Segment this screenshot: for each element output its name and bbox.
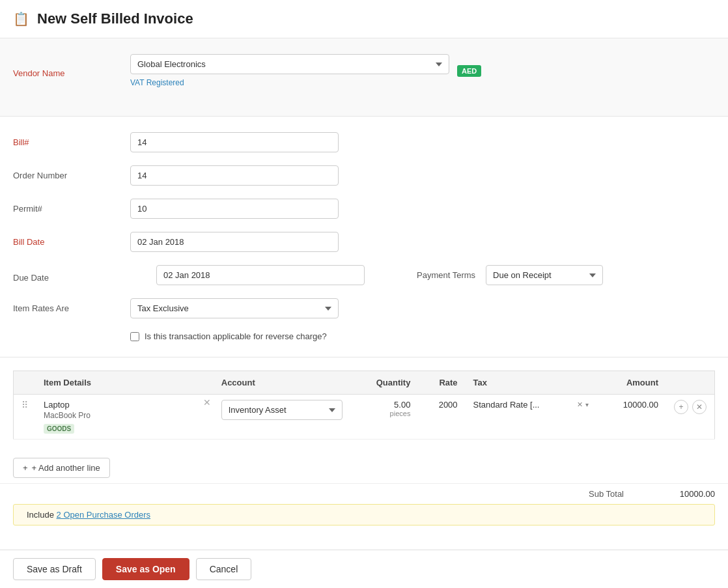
item-subname: MacBook Pro <box>44 411 206 420</box>
bill-label: Bill# <box>13 132 130 147</box>
bill-date-input-wrap <box>130 232 339 252</box>
col-account: Account <box>214 371 350 395</box>
bill-date-label: Bill Date <box>13 232 130 247</box>
rate-value: 2000 <box>439 400 458 410</box>
tax-remove-icon[interactable]: ✕ <box>577 400 583 409</box>
col-tax: Tax <box>466 371 597 395</box>
table-row: ⠿ Laptop MacBook Pro GOODS ✕ Inventory A… <box>14 395 715 440</box>
form-section: Bill# Order Number Permit# Bill Date <box>0 117 728 357</box>
item-rates-select[interactable]: Tax Exclusive Tax Inclusive <box>130 298 339 318</box>
col-drag <box>14 371 36 395</box>
vendor-label: Vendor Name <box>13 63 130 78</box>
table-header-row: Item Details Account Quantity Rate Tax A… <box>14 371 715 395</box>
bill-input-wrap <box>130 132 339 152</box>
permit-input[interactable] <box>130 199 339 219</box>
table-section: Item Details Account Quantity Rate Tax A… <box>0 357 728 450</box>
due-date-payment-row: Due Date Payment Terms Due on Receipt Ne… <box>13 265 715 285</box>
item-name: Laptop <box>44 400 206 410</box>
cancel-button[interactable]: Cancel <box>196 558 252 580</box>
rate-cell: 2000 <box>418 395 465 440</box>
permit-input-wrap <box>130 199 339 219</box>
row-actions-cell: + ✕ <box>666 395 715 440</box>
vat-link[interactable]: VAT Registered <box>130 78 449 87</box>
payment-terms-select[interactable]: Due on Receipt Net 30 Net 60 <box>486 265 603 285</box>
reverse-charge-checkbox[interactable] <box>130 332 139 341</box>
bill-date-row: Bill Date <box>13 232 715 252</box>
permit-label: Permit# <box>13 199 130 214</box>
order-number-label: Order Number <box>13 165 130 180</box>
due-date-input-wrap <box>156 265 365 285</box>
item-rates-select-wrap: Tax Exclusive Tax Inclusive <box>130 298 339 318</box>
add-line-button[interactable]: + + Add another line <box>13 458 110 478</box>
due-date-label: Due Date <box>13 268 130 283</box>
currency-badge: AED <box>457 65 481 77</box>
account-cell: Inventory Asset <box>214 395 350 440</box>
reverse-charge-label: Is this transaction applicable for rever… <box>145 331 327 341</box>
tax-chevron-icon[interactable]: ▾ <box>585 401 589 408</box>
tax-value: Standard Rate [... <box>473 400 575 410</box>
permit-row: Permit# <box>13 199 715 219</box>
footer-bar: Save as Draft Save as Open Cancel <box>0 550 728 585</box>
account-select[interactable]: Inventory Asset <box>221 400 343 420</box>
vendor-section: Vendor Name Global Electronics VAT Regis… <box>0 38 728 117</box>
save-open-button[interactable]: Save as Open <box>102 558 189 580</box>
line-items-table: Item Details Account Quantity Rate Tax A… <box>13 371 715 440</box>
drag-cell: ⠿ <box>14 395 36 440</box>
include-po-text: Include <box>27 510 57 520</box>
row-delete-button[interactable]: ✕ <box>692 400 707 414</box>
subtotal-label: Sub Total <box>589 489 624 499</box>
add-icon: + <box>23 463 28 473</box>
page-header: 📋 New Self Billed Invoice <box>0 0 728 38</box>
bill-row: Bill# <box>13 132 715 152</box>
tax-cell: Standard Rate [... ✕ ▾ <box>466 395 597 440</box>
include-po-section: Include 2 Open Purchase Orders <box>13 504 715 525</box>
order-number-input-wrap <box>130 165 339 186</box>
add-line-label: + Add another line <box>32 463 100 473</box>
item-rates-label: Item Rates Are <box>13 298 130 313</box>
open-purchase-orders-link[interactable]: 2 Open Purchase Orders <box>57 510 151 520</box>
item-detail-cell: Laptop MacBook Pro GOODS ✕ <box>36 395 214 440</box>
col-actions <box>666 371 715 395</box>
subtotal-value: 10000.00 <box>663 489 715 499</box>
due-date-input[interactable] <box>156 265 365 285</box>
page-title: New Self Billed Invoice <box>37 10 193 27</box>
col-quantity: Quantity <box>350 371 419 395</box>
invoice-icon: 📋 <box>13 11 29 27</box>
item-tag: GOODS <box>44 424 74 434</box>
amount-cell: 10000.00 <box>596 395 666 440</box>
order-number-row: Order Number <box>13 165 715 186</box>
reverse-charge-row: Is this transaction applicable for rever… <box>130 331 521 341</box>
col-rate: Rate <box>418 371 465 395</box>
order-number-input[interactable] <box>130 165 339 186</box>
save-draft-button[interactable]: Save as Draft <box>13 558 96 580</box>
row-add-button[interactable]: + <box>674 400 688 414</box>
amount-value: 10000.00 <box>623 400 658 410</box>
bill-input[interactable] <box>130 132 339 152</box>
quantity-value: 5.00 <box>358 400 411 410</box>
quantity-cell: 5.00 pieces <box>350 395 419 440</box>
col-item-details: Item Details <box>36 371 214 395</box>
subtotal-row: Sub Total 10000.00 <box>0 483 728 504</box>
item-remove-button[interactable]: ✕ <box>203 397 211 408</box>
bill-date-input[interactable] <box>130 232 339 252</box>
vendor-select[interactable]: Global Electronics <box>130 54 449 74</box>
quantity-unit: pieces <box>358 410 411 417</box>
add-line-section: + + Add another line <box>0 450 728 483</box>
vendor-row: Vendor Name Global Electronics VAT Regis… <box>13 54 715 87</box>
drag-handle-icon[interactable]: ⠿ <box>21 400 28 410</box>
payment-terms-label: Payment Terms <box>417 270 475 280</box>
payment-terms-wrap: Payment Terms Due on Receipt Net 30 Net … <box>417 265 603 285</box>
col-amount: Amount <box>596 371 666 395</box>
item-rates-row: Item Rates Are Tax Exclusive Tax Inclusi… <box>13 298 715 318</box>
vendor-select-wrap: Global Electronics VAT Registered <box>130 54 449 87</box>
